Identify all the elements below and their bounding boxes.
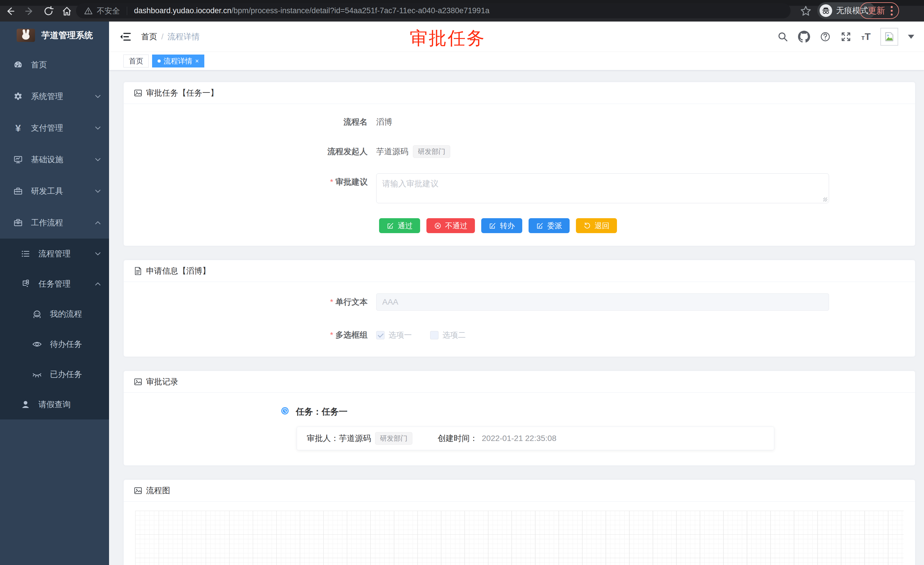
create-time-label: 创建时间： [438, 433, 478, 444]
github-icon[interactable] [798, 31, 810, 43]
suggestion-textarea[interactable] [376, 173, 829, 203]
sidebar-item-task-mgmt[interactable]: 任务管理 [0, 269, 109, 299]
avatar-dropdown-caret[interactable] [908, 35, 914, 39]
help-icon[interactable] [820, 31, 831, 42]
timeline-task-title: 任务：任务一 [296, 406, 348, 418]
browser-forward-icon[interactable] [24, 6, 35, 17]
sidebar-item-label: 我的流程 [50, 309, 82, 320]
sidebar-item-system[interactable]: 系统管理 [0, 81, 109, 112]
checkbox-group-row: 多选框组 选项一 选项二 [124, 329, 915, 341]
card-header: 流程图 [124, 480, 915, 502]
card-title: 审批任务【任务一】 [146, 87, 218, 98]
approval-task-card: 审批任务【任务一】 流程名 滔博 流程发起人 芋道源码 研发部门 [123, 82, 915, 246]
return-button[interactable]: 退回 [576, 218, 617, 233]
sidebar-collapse-icon[interactable] [119, 31, 131, 43]
browser-home-icon[interactable] [62, 6, 72, 17]
toolbox-icon [13, 186, 23, 196]
sidebar-item-label: 请假查询 [39, 399, 70, 410]
process-diagram-card: 流程图 [123, 479, 915, 565]
browser-menu-icon[interactable] [891, 6, 893, 15]
app-logo [16, 29, 35, 42]
field-label: 流程发起人 [124, 146, 376, 157]
sidebar-item-label: 研发工具 [31, 186, 63, 197]
workflow-submenu: 流程管理 任务管理 我的流程 待办任务 [0, 239, 109, 419]
breadcrumb-separator: / [161, 32, 164, 41]
single-line-row: 单行文本 [124, 293, 915, 311]
address-bar[interactable]: 不安全 dashboard.yudao.iocoder.cn/bpm/proce… [76, 3, 790, 18]
gear-icon [13, 92, 23, 101]
avatar[interactable] [880, 28, 898, 46]
circle-x-icon [434, 222, 442, 230]
transfer-button[interactable]: 转办 [481, 218, 522, 233]
navbar-actions: тT [777, 21, 914, 52]
approval-record-card: 审批记录 任务：任务一 审批人： 芋道源码 研发部门 创建时间： 2022-01… [123, 371, 915, 466]
sidebar-item-process-mgmt[interactable]: 流程管理 [0, 239, 109, 269]
app-title: 芋道管理系统 [41, 30, 93, 41]
checkbox-option2: 选项二 [430, 330, 466, 340]
process-name-value: 滔博 [376, 117, 392, 128]
chevron-down-icon [94, 188, 102, 195]
sidebar-item-label: 系统管理 [31, 91, 63, 102]
checkbox-label: 选项一 [388, 330, 412, 340]
browser-back-icon[interactable] [4, 6, 15, 17]
textarea-resize-handle[interactable] [823, 197, 827, 201]
close-tab-icon[interactable]: × [195, 58, 199, 64]
url-host: dashboard.yudao.iocoder.cn [134, 6, 231, 15]
app-logo-row[interactable]: 芋道管理系统 [0, 21, 109, 49]
font-size-icon[interactable]: тT [861, 31, 871, 42]
yen-icon: ¥ [13, 123, 23, 133]
sidebar-item-workflow[interactable]: 工作流程 [0, 207, 109, 239]
sidebar-item-label: 工作流程 [31, 217, 63, 228]
sidebar-item-devtools[interactable]: 研发工具 [0, 176, 109, 207]
tab-home[interactable]: 首页 [123, 54, 148, 68]
chrome-update-button[interactable]: 更新 [860, 2, 899, 19]
sidebar-item-leave-query[interactable]: 请假查询 [0, 389, 109, 419]
checkbox-option1: 选项一 [376, 330, 412, 340]
face-icon [32, 309, 42, 319]
dept-tag: 研发部门 [413, 145, 450, 158]
search-icon[interactable] [777, 31, 788, 42]
checkbox-checked-icon [376, 331, 384, 340]
tags-view-bar: 首页 流程详情 × [109, 52, 924, 70]
edit-icon [489, 222, 496, 230]
tab-process-detail[interactable]: 流程详情 × [152, 54, 204, 68]
delegate-button[interactable]: 委派 [529, 218, 570, 233]
initiator-row: 流程发起人 芋道源码 研发部门 [124, 145, 915, 158]
picture-icon [134, 377, 142, 386]
sidebar: 芋道管理系统 首页 系统管理 ¥ 支付管理 基础设施 [0, 21, 109, 565]
fullscreen-icon[interactable] [840, 31, 851, 42]
chevron-up-icon [94, 219, 102, 227]
sidebar-item-infra[interactable]: 基础设施 [0, 144, 109, 176]
checkbox-label: 选项二 [442, 330, 466, 340]
reject-button[interactable]: 不通过 [426, 218, 475, 233]
edit-icon [387, 222, 394, 230]
approval-actions: 通过 不通过 转办 委派 [124, 218, 915, 233]
sidebar-item-todo-tasks[interactable]: 待办任务 [0, 329, 109, 359]
card-title: 审批记录 [146, 376, 178, 387]
approve-button[interactable]: 通过 [379, 218, 420, 233]
sidebar-item-label: 已办任务 [50, 369, 82, 380]
sidebar-item-my-process[interactable]: 我的流程 [0, 299, 109, 329]
sidebar-item-payment[interactable]: ¥ 支付管理 [0, 112, 109, 144]
sidebar-item-done-tasks[interactable]: 已办任务 [0, 359, 109, 389]
bpmn-diagram-canvas[interactable] [135, 511, 904, 565]
sidebar-menu: 首页 系统管理 ¥ 支付管理 基础设施 研发工具 [0, 49, 109, 565]
address-divider [127, 7, 127, 15]
card-title: 流程图 [146, 485, 170, 496]
tab-label: 流程详情 [164, 56, 192, 66]
list-icon [21, 249, 30, 258]
bookmark-star-icon[interactable] [800, 5, 812, 17]
browser-toolbar: 不安全 dashboard.yudao.iocoder.cn/bpm/proce… [0, 0, 924, 21]
breadcrumb-home[interactable]: 首页 [141, 31, 157, 42]
field-label: 多选框组 [124, 329, 376, 341]
process-name-row: 流程名 滔博 [124, 117, 915, 128]
edit-icon [536, 222, 544, 230]
chevron-down-icon [94, 156, 102, 163]
person-icon [21, 400, 30, 409]
sidebar-item-home[interactable]: 首页 [0, 49, 109, 81]
card-title: 申请信息【滔博】 [146, 266, 210, 276]
single-line-input [376, 293, 829, 311]
card-header: 审批任务【任务一】 [124, 82, 915, 104]
browser-reload-icon[interactable] [43, 6, 54, 17]
active-tab-dot [158, 59, 161, 63]
